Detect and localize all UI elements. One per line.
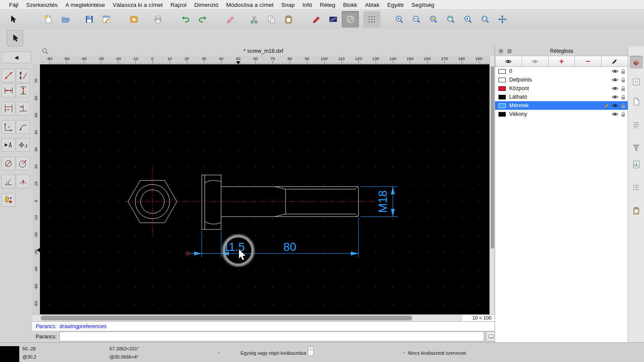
svg-export-button[interactable] xyxy=(125,11,143,27)
zoom-in-button[interactable] xyxy=(391,11,408,27)
menu-item[interactable]: Válassza ki a címet xyxy=(109,2,167,8)
cut-button[interactable] xyxy=(246,11,263,27)
drawing-canvas[interactable]: 11.5 80 M18 xyxy=(40,64,489,314)
layer-color-swatch[interactable] xyxy=(498,86,506,91)
layer-edit-button[interactable] xyxy=(604,103,609,109)
dim-label-button[interactable] xyxy=(1,138,15,152)
ellipse-tool-button[interactable] xyxy=(342,11,359,27)
layer-lock-button[interactable] xyxy=(621,69,626,74)
dim-diameter-button[interactable] xyxy=(1,157,15,170)
layer-visibility-button[interactable] xyxy=(612,94,618,100)
menu-item[interactable]: Blokk xyxy=(339,2,361,8)
paste-button[interactable] xyxy=(280,11,297,27)
dim-arc-button[interactable] xyxy=(16,175,30,188)
zoom-refresh-button[interactable] xyxy=(442,11,459,27)
layer-lock-button[interactable] xyxy=(621,77,626,83)
layer-visibility-button[interactable] xyxy=(612,69,618,74)
menu-item[interactable]: Rajzol xyxy=(167,2,191,8)
select-tool-button[interactable] xyxy=(4,11,21,27)
layer-row[interactable]: Vékony xyxy=(495,110,628,118)
layer-lock-button[interactable] xyxy=(621,112,626,117)
layer-visibility-button[interactable] xyxy=(612,86,618,91)
menu-item[interactable]: Dimenzió xyxy=(190,2,222,8)
menu-item[interactable]: Szerkesztés xyxy=(22,2,62,8)
dim-linear-button[interactable] xyxy=(16,69,30,82)
centerlines[interactable] xyxy=(125,168,376,235)
current-tool-select-button[interactable] xyxy=(7,30,23,46)
dimension-text-length[interactable]: 80 xyxy=(283,241,296,253)
dimension-text-thread[interactable]: M18 xyxy=(377,190,389,213)
panel-float-button[interactable] xyxy=(507,48,512,54)
dim-baseline-button[interactable] xyxy=(1,102,15,115)
horizontal-scrollbar[interactable]: 10 < 100 xyxy=(32,314,495,322)
list-widget-toggle-button[interactable] xyxy=(630,181,643,194)
layer-row[interactable]: 0 xyxy=(495,67,628,75)
dim-tolerance-button[interactable] xyxy=(16,138,30,152)
command-widget-toggle-button[interactable] xyxy=(630,118,643,131)
dim-horizontal-button[interactable] xyxy=(1,84,15,97)
menu-item[interactable]: Réteg xyxy=(316,2,339,8)
clipboard-widget-toggle-button[interactable] xyxy=(630,204,643,217)
hide-all-layers-button[interactable] xyxy=(522,56,549,67)
menu-item[interactable]: Egyéb xyxy=(383,2,407,8)
show-all-layers-button[interactable] xyxy=(495,56,522,67)
dim-leader-button[interactable] xyxy=(16,120,30,134)
save-button[interactable] xyxy=(81,11,98,27)
layer-color-swatch[interactable] xyxy=(498,69,506,74)
command-input[interactable] xyxy=(59,332,484,341)
layer-visibility-button[interactable] xyxy=(612,103,618,108)
line-style-button[interactable] xyxy=(325,11,342,27)
layer-row[interactable]: Központ xyxy=(495,84,628,93)
zoom-previous-button[interactable] xyxy=(459,11,477,27)
layer-color-swatch[interactable] xyxy=(498,112,506,117)
block-widget-toggle-button[interactable] xyxy=(630,75,643,88)
library-widget-toggle-button[interactable] xyxy=(630,95,643,108)
dim-ordinate-button[interactable] xyxy=(1,120,15,134)
delete-button[interactable] xyxy=(222,11,239,27)
vertical-scrollbar-thumb[interactable] xyxy=(491,66,494,249)
print-preview-button[interactable] xyxy=(149,11,167,27)
menu-item[interactable]: Snap xyxy=(277,2,299,8)
panel-close-button[interactable] xyxy=(498,48,504,54)
snap-grid-button[interactable] xyxy=(363,11,380,27)
menu-item[interactable]: Módosítsa a címet xyxy=(222,2,277,8)
menu-item[interactable]: Segítség xyxy=(407,2,438,8)
open-file-button[interactable] xyxy=(57,11,74,27)
remove-layer-button[interactable]: − xyxy=(575,56,601,67)
layer-visibility-button[interactable] xyxy=(612,77,618,82)
copy-button[interactable] xyxy=(263,11,280,27)
add-layer-button[interactable]: + xyxy=(549,56,575,67)
layer-lock-button[interactable] xyxy=(621,94,626,100)
dim-vertical-button[interactable] xyxy=(16,84,30,97)
menu-item[interactable]: Infó xyxy=(299,2,316,8)
bolt-geometry[interactable] xyxy=(128,175,358,229)
paint-tool-button[interactable] xyxy=(1,193,15,207)
palette-back-button[interactable]: ◀ xyxy=(1,51,31,63)
layer-color-swatch[interactable] xyxy=(498,78,506,82)
zoom-auto-button[interactable] xyxy=(425,11,442,27)
layer-color-swatch[interactable] xyxy=(498,103,506,108)
edit-drawing-button[interactable] xyxy=(98,11,115,27)
dim-aligned-button[interactable] xyxy=(1,69,15,82)
layer-color-swatch[interactable] xyxy=(498,95,506,100)
undo-button[interactable] xyxy=(177,11,194,27)
dim-angular-button[interactable] xyxy=(1,175,15,188)
layer-visibility-button[interactable] xyxy=(612,112,618,117)
layer-row[interactable]: Méretek xyxy=(495,101,628,110)
zoom-out-button[interactable] xyxy=(408,11,425,27)
menu-item[interactable]: A megtekintése xyxy=(61,2,109,8)
redo-button[interactable] xyxy=(194,11,211,27)
new-file-button[interactable] xyxy=(39,11,57,27)
dim-radius-button[interactable] xyxy=(16,157,30,170)
layer-widget-toggle-button[interactable] xyxy=(630,56,643,69)
filter-widget-toggle-button[interactable] xyxy=(630,142,643,154)
edit-layer-button[interactable] xyxy=(601,56,628,67)
layer-row[interactable]: Látható xyxy=(495,93,628,101)
horizontal-scrollbar-thumb[interactable] xyxy=(41,316,412,320)
property-widget-toggle-button[interactable] xyxy=(630,158,643,171)
pan-button[interactable] xyxy=(494,11,511,27)
menu-item[interactable]: Fájl xyxy=(5,2,22,8)
attributes-pen-button[interactable] xyxy=(307,11,325,27)
layer-row[interactable]: Defpoints xyxy=(495,75,628,84)
menu-item[interactable]: Ablak xyxy=(361,2,383,8)
